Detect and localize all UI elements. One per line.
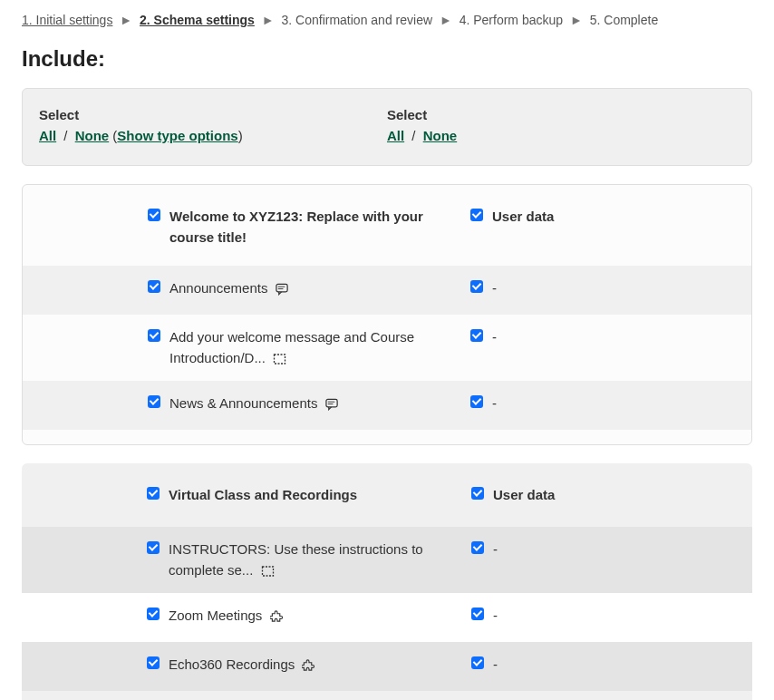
breadcrumb: 1. Initial settings ► 2. Schema settings… bbox=[22, 11, 752, 30]
activity-userdata-label: - bbox=[493, 655, 498, 676]
activity-row: Announcements - bbox=[23, 266, 751, 315]
activity-row: News & Announcements - bbox=[23, 381, 751, 430]
select-label-left: Select bbox=[39, 107, 387, 122]
select-label-right: Select bbox=[387, 107, 735, 122]
activity-userdata-checkbox[interactable] bbox=[470, 395, 483, 408]
breadcrumb-step-3: 3. Confirmation and review bbox=[282, 13, 433, 27]
activity-userdata-label: - bbox=[493, 540, 498, 560]
activity-label: Zoom Meetings bbox=[169, 606, 284, 627]
activity-label: Announcements bbox=[169, 278, 289, 299]
userdata-checkbox[interactable] bbox=[471, 487, 484, 500]
chevron-right-icon: ► bbox=[262, 13, 275, 27]
label-icon bbox=[261, 565, 275, 578]
activity-userdata-label: - bbox=[493, 606, 498, 627]
activity-row: Add your welcome message and Course Intr… bbox=[23, 315, 751, 381]
activity-userdata-label: - bbox=[492, 278, 497, 299]
section-title: Welcome to XYZ123: Replace with your cou… bbox=[169, 207, 461, 248]
show-type-options[interactable]: Show type options bbox=[117, 128, 237, 143]
plugin-icon bbox=[270, 610, 284, 623]
section-virtual: Virtual Class and Recordings User data I… bbox=[22, 463, 752, 700]
activity-checkbox[interactable] bbox=[147, 656, 160, 669]
userdata-checkbox[interactable] bbox=[470, 209, 483, 221]
select-none-left[interactable]: None bbox=[75, 128, 110, 143]
activity-row: INSTRUCTORS: Use these instructions to c… bbox=[22, 527, 752, 593]
breadcrumb-step-4: 4. Perform backup bbox=[460, 13, 563, 27]
activity-userdata-checkbox[interactable] bbox=[471, 656, 484, 669]
activity-label: Add your welcome message and Course Intr… bbox=[169, 327, 461, 368]
activity-userdata-label: - bbox=[492, 327, 497, 348]
svg-rect-0 bbox=[276, 284, 287, 291]
activity-userdata-checkbox[interactable] bbox=[471, 541, 484, 554]
chevron-right-icon: ► bbox=[440, 13, 452, 27]
select-all-right[interactable]: All bbox=[387, 128, 404, 143]
plugin-icon bbox=[302, 659, 315, 672]
activity-checkbox[interactable] bbox=[148, 395, 160, 408]
activity-userdata-label: - bbox=[492, 394, 497, 414]
chevron-right-icon: ► bbox=[120, 13, 132, 27]
activity-row: Zoom Meetings - bbox=[22, 593, 752, 642]
svg-rect-4 bbox=[326, 399, 337, 406]
activity-checkbox[interactable] bbox=[148, 280, 160, 293]
select-panel: Select All / None (Show type options) Se… bbox=[22, 88, 752, 166]
forum-icon bbox=[276, 283, 289, 296]
forum-icon bbox=[325, 398, 339, 411]
breadcrumb-step-5: 5. Complete bbox=[590, 13, 658, 27]
activity-checkbox[interactable] bbox=[147, 541, 160, 554]
select-all-left[interactable]: All bbox=[39, 128, 56, 143]
page-title: Include: bbox=[22, 46, 752, 72]
activity-label: Echo360 Recordings bbox=[169, 655, 315, 676]
svg-rect-3 bbox=[275, 355, 285, 364]
activity-row: Echo360 Recordings - bbox=[22, 642, 752, 691]
chevron-right-icon: ► bbox=[570, 13, 583, 27]
breadcrumb-step-1[interactable]: 1. Initial settings bbox=[22, 13, 112, 27]
section-welcome: Welcome to XYZ123: Replace with your cou… bbox=[22, 184, 752, 445]
activity-userdata-checkbox[interactable] bbox=[471, 608, 484, 620]
activity-userdata-checkbox[interactable] bbox=[470, 280, 483, 293]
select-none-right[interactable]: None bbox=[423, 128, 458, 143]
section-checkbox[interactable] bbox=[147, 487, 160, 500]
label-icon bbox=[273, 353, 286, 365]
section-checkbox[interactable] bbox=[148, 209, 160, 221]
userdata-label: User data bbox=[493, 485, 555, 506]
activity-checkbox[interactable] bbox=[148, 329, 160, 342]
activity-userdata-checkbox[interactable] bbox=[470, 329, 483, 342]
activity-label: INSTRUCTORS: Use these instructions to c… bbox=[169, 540, 462, 580]
userdata-label: User data bbox=[492, 207, 554, 228]
breadcrumb-step-2[interactable]: 2. Schema settings bbox=[140, 13, 255, 27]
activity-label: News & Announcements bbox=[169, 394, 339, 414]
svg-rect-7 bbox=[262, 567, 273, 576]
activity-checkbox[interactable] bbox=[147, 608, 160, 620]
section-title: Virtual Class and Recordings bbox=[169, 485, 357, 506]
